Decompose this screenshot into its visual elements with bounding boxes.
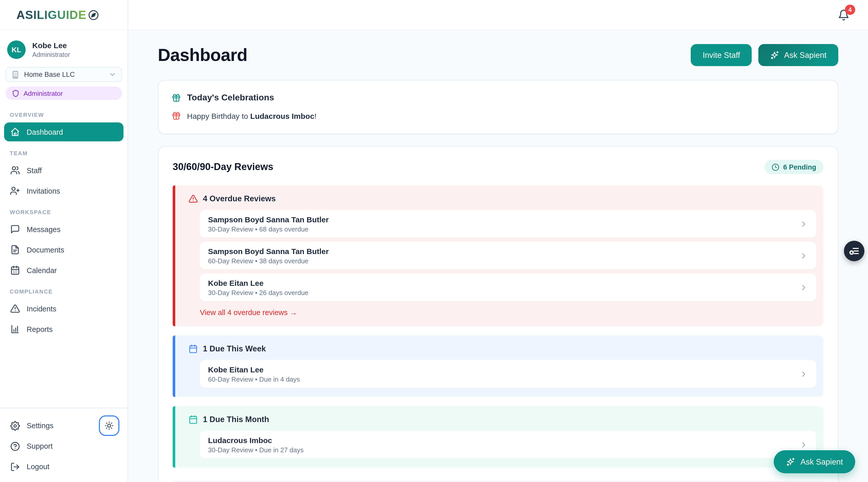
sidebar-nav: OVERVIEW Dashboard TEAM Staff Invitation… [0, 100, 128, 408]
notification-count-badge: 4 [845, 4, 855, 14]
alert-triangle-icon [10, 304, 20, 314]
avatar: KL [7, 40, 26, 59]
role-badge: Administrator [6, 87, 122, 100]
ask-sapient-label: Ask Sapient [801, 457, 843, 467]
due-this-week-section: 1 Due This Week Kobe Eitan Lee 60-Day Re… [173, 335, 824, 397]
organization-name: Home Base LLC [24, 71, 104, 78]
bar-chart-icon [10, 324, 20, 334]
sparkles-icon [770, 51, 780, 60]
sidebar-footer: Settings Support Logout [0, 408, 128, 482]
user-profile[interactable]: KL Kobe Lee Administrator [0, 30, 128, 66]
chevron-down-icon [108, 71, 116, 78]
review-item[interactable]: Ludacrous Imboc 30-Day Review • Due in 2… [200, 431, 816, 458]
gift-icon-red [172, 111, 181, 120]
sidebar-item-logout[interactable]: Logout [6, 456, 121, 477]
review-person-name: Sampson Boyd Sanna Tan Butler [208, 215, 329, 224]
review-item[interactable]: Kobe Eitan Lee 60-Day Review • Due in 4 … [200, 360, 816, 388]
review-detail: 30-Day Review • Due in 27 days [208, 446, 304, 454]
nav-section-workspace: WORKSPACE [10, 209, 123, 215]
calendar-icon-green [189, 415, 198, 424]
home-icon [10, 127, 20, 137]
calendar-icon [10, 265, 20, 275]
sidebar-item-staff[interactable]: Staff [4, 161, 123, 180]
sidebar-item-dashboard[interactable]: Dashboard [4, 122, 123, 141]
sidebar-item-settings[interactable]: Settings [6, 415, 121, 436]
celebration-item: Happy Birthday to Ludacrous Imboc! [172, 111, 825, 120]
main-area: 4 Dashboard Invite Staff Ask Sapient [128, 0, 868, 482]
celebration-message: Happy Birthday to Ludacrous Imboc! [187, 111, 316, 120]
calendar-icon-blue [189, 344, 198, 353]
review-item[interactable]: Sampson Boyd Sanna Tan Butler 30-Day Rev… [200, 210, 816, 238]
sidebar-item-label: Invitations [27, 187, 60, 195]
reviews-title: 30/60/90-Day Reviews [173, 161, 273, 172]
help-circle-icon [10, 441, 20, 451]
sidebar-item-calendar[interactable]: Calendar [4, 261, 123, 280]
review-detail: 30-Day Review • 68 days overdue [208, 225, 329, 233]
ask-sapient-floating-button[interactable]: Ask Sapient [774, 450, 855, 473]
page-content: Dashboard Invite Staff Ask Sapient [128, 30, 868, 482]
view-all-overdue-link[interactable]: View all 4 overdue reviews → [200, 308, 297, 317]
compass-icon [88, 9, 99, 20]
sun-icon [104, 421, 114, 430]
building-icon [11, 70, 20, 78]
sidebar-item-support[interactable]: Support [6, 436, 121, 456]
sidebar-item-incidents[interactable]: Incidents [4, 299, 123, 318]
review-detail: 60-Day Review • Due in 4 days [208, 375, 300, 383]
sparkles-icon [786, 457, 796, 467]
side-panel-toggle-button[interactable] [844, 241, 864, 261]
invite-staff-label: Invite Staff [703, 51, 740, 60]
role-badge-label: Administrator [24, 89, 63, 97]
chevron-right-icon [799, 220, 808, 228]
review-person-name: Kobe Eitan Lee [208, 279, 308, 287]
ask-sapient-button[interactable]: Ask Sapient [758, 44, 838, 66]
celebrations-card: Today's Celebrations Happy Birthday to L… [158, 80, 838, 134]
sidebar-item-documents[interactable]: Documents [4, 240, 123, 259]
celebration-person-name: Ludacrous Imboc [250, 111, 314, 120]
nav-section-compliance: COMPLIANCE [10, 288, 123, 294]
celebrations-title: Today's Celebrations [187, 93, 274, 103]
nav-section-overview: OVERVIEW [10, 112, 123, 118]
review-person-name: Kobe Eitan Lee [208, 365, 300, 374]
organization-selector[interactable]: Home Base LLC [6, 67, 122, 82]
review-item[interactable]: Sampson Boyd Sanna Tan Butler 60-Day Rev… [200, 242, 816, 269]
overdue-section-title: 4 Overdue Reviews [203, 194, 276, 203]
review-item[interactable]: Kobe Eitan Lee 30-Day Review • 26 days o… [200, 274, 816, 301]
sidebar-item-label: Support [27, 442, 53, 450]
chevron-right-icon [799, 251, 808, 260]
logo-text: ASILIGUIDE [17, 8, 86, 22]
shield-icon [12, 89, 20, 97]
invite-staff-button[interactable]: Invite Staff [691, 44, 752, 66]
document-icon [10, 245, 20, 255]
notifications-button[interactable]: 4 [838, 9, 849, 21]
due-month-section-title: 1 Due This Month [203, 415, 269, 424]
sidebar-item-messages[interactable]: Messages [4, 220, 123, 239]
app-window: ASILIGUIDE KL Kobe Lee Administrator Hom… [0, 0, 868, 482]
review-person-name: Sampson Boyd Sanna Tan Butler [208, 247, 329, 255]
alert-triangle-icon-red [189, 194, 198, 203]
overdue-reviews-section: 4 Overdue Reviews Sampson Boyd Sanna Tan… [173, 186, 824, 326]
gear-icon [10, 421, 20, 430]
page-title: Dashboard [158, 45, 247, 65]
review-person-name: Ludacrous Imboc [208, 436, 304, 444]
gift-icon [172, 93, 181, 102]
due-week-section-title: 1 Due This Week [203, 344, 266, 353]
sidebar-item-reports[interactable]: Reports [4, 320, 123, 339]
top-header: 4 [128, 0, 868, 30]
pending-badge: 6 Pending [765, 160, 824, 174]
logout-icon [10, 462, 20, 472]
chevron-right-icon [799, 283, 808, 292]
sidebar: ASILIGUIDE KL Kobe Lee Administrator Hom… [0, 0, 128, 482]
theme-toggle-button[interactable] [99, 415, 119, 436]
sidebar-item-label: Staff [27, 166, 42, 174]
sidebar-item-invitations[interactable]: Invitations [4, 181, 123, 200]
message-icon [10, 224, 20, 234]
sidebar-item-label: Calendar [27, 266, 57, 274]
review-detail: 30-Day Review • 26 days overdue [208, 289, 308, 296]
sidebar-item-label: Incidents [27, 304, 56, 313]
list-widget-icon [848, 245, 860, 257]
sidebar-item-label: Reports [27, 325, 53, 333]
due-this-month-section: 1 Due This Month Ludacrous Imboc 30-Day … [173, 406, 824, 468]
pending-badge-label: 6 Pending [783, 163, 816, 171]
clock-icon [772, 163, 780, 171]
logo: ASILIGUIDE [0, 0, 128, 30]
